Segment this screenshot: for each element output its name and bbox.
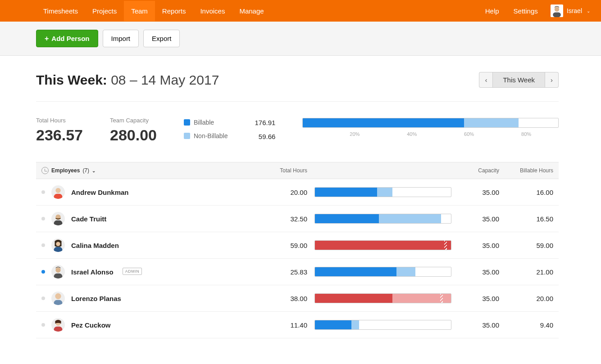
admin-badge: ADMIN <box>123 268 142 275</box>
status-dot <box>41 323 45 327</box>
nav-invoices[interactable]: Invoices <box>193 1 232 21</box>
capacity-cell: 35.00 <box>459 189 499 196</box>
tick: 40% <box>360 131 417 137</box>
total-hours-cell: 11.40 <box>258 321 307 329</box>
tick: 20% <box>302 131 360 137</box>
employee-cell: Cade Truitt <box>41 212 258 225</box>
bar-billable <box>315 241 451 250</box>
prev-period-button[interactable]: ‹ <box>479 72 492 88</box>
th-billable: Billable Hours <box>499 167 553 174</box>
nav-settings[interactable]: Settings <box>506 1 545 21</box>
svg-rect-10 <box>54 274 63 279</box>
total-hours-cell: 20.00 <box>258 189 307 196</box>
summary-bar-wrap: 20% 40% 60% 80% <box>302 118 559 137</box>
capacity-cell: 35.00 <box>459 242 499 249</box>
th-total-hours: Total Hours <box>258 167 307 174</box>
hours-bar <box>314 267 451 277</box>
svg-rect-1 <box>553 13 561 18</box>
bar-nonbillable <box>379 214 441 223</box>
stat-value: 236.57 <box>36 126 83 144</box>
page-title-range: 08 – 14 May 2017 <box>111 72 219 87</box>
bar-billable <box>315 214 379 223</box>
employee-cell: Andrew Dunkman <box>41 185 258 199</box>
nav-help[interactable]: Help <box>478 1 506 21</box>
hours-bar <box>314 320 451 330</box>
table-row[interactable]: Pez Cuckow11.4035.009.40 <box>36 312 559 338</box>
table-row[interactable]: Cade Truitt32.5035.0016.50 <box>36 206 559 232</box>
employees-count: (7) <box>82 167 89 174</box>
avatar <box>51 318 65 332</box>
employee-cell: Pez Cuckow <box>41 318 258 332</box>
nav-timesheets[interactable]: Timesheets <box>36 1 85 21</box>
stat-team-capacity: Team Capacity 280.00 <box>110 117 157 144</box>
export-button[interactable]: Export <box>143 30 180 47</box>
top-nav: Timesheets Projects Team Reports Invoice… <box>0 0 601 22</box>
chevron-left-icon: ‹ <box>485 76 487 84</box>
capacity-cell: 35.00 <box>459 268 499 276</box>
employee-name: Andrew Dunkman <box>71 189 129 196</box>
nonbillable-hours-value: 59.66 <box>255 133 275 140</box>
legend-swatch-billable <box>184 119 190 126</box>
billable-hours-value: 176.91 <box>255 119 275 126</box>
avatar <box>51 212 65 225</box>
summary-bar-nonbillable <box>464 118 519 127</box>
th-capacity: Capacity <box>459 167 499 174</box>
employees-header[interactable]: Employees (7) ⌄ <box>41 167 258 174</box>
over-capacity-marker <box>440 294 443 303</box>
svg-point-2 <box>55 188 60 193</box>
nav-manage[interactable]: Manage <box>232 1 271 21</box>
plus-icon: + <box>45 35 49 42</box>
capacity-cell: 35.00 <box>459 321 499 329</box>
import-button[interactable]: Import <box>103 30 139 47</box>
hours-bar <box>314 293 451 303</box>
legend-values: 176.91 59.66 <box>255 119 275 140</box>
user-menu[interactable]: Israel ⌄ <box>545 4 590 17</box>
add-person-button[interactable]: + Add Person <box>36 30 98 47</box>
hours-bar <box>314 187 451 197</box>
svg-point-0 <box>555 7 560 12</box>
bar-billable <box>315 188 377 197</box>
summary-ticks: 20% 40% 60% 80% <box>302 128 559 137</box>
table-row[interactable]: Israel AlonsoADMIN25.8335.0021.00 <box>36 259 559 285</box>
employee-name: Calina Madden <box>71 242 119 249</box>
total-hours-cell: 32.50 <box>258 215 307 223</box>
toolbar: + Add Person Import Export <box>0 22 601 56</box>
employee-cell: Calina Madden <box>41 238 258 252</box>
tick: 80% <box>474 131 531 137</box>
total-hours-cell: 38.00 <box>258 295 307 302</box>
svg-rect-3 <box>54 194 63 199</box>
nav-projects[interactable]: Projects <box>85 1 124 21</box>
stat-label: Team Capacity <box>110 117 157 124</box>
employee-name: Cade Truitt <box>71 215 106 223</box>
employee-name: Pez Cuckow <box>71 321 111 329</box>
employee-name: Israel Alonso <box>71 268 114 276</box>
status-dot <box>41 243 45 247</box>
billable-cell: 9.40 <box>499 321 553 329</box>
bar-billable <box>315 320 351 329</box>
stat-total-hours: Total Hours 236.57 <box>36 117 83 144</box>
svg-point-9 <box>55 268 60 273</box>
status-dot <box>41 190 45 194</box>
avatar <box>51 265 65 279</box>
avatar <box>51 185 65 199</box>
table-row[interactable]: Andrew Dunkman20.0035.0016.00 <box>36 179 559 206</box>
table-row[interactable]: Calina Madden59.0035.0059.00 <box>36 232 559 259</box>
next-period-button[interactable]: › <box>545 72 559 88</box>
bar-nonbillable <box>351 320 359 329</box>
page-title: This Week: 08 – 14 May 2017 <box>36 72 219 88</box>
user-avatar <box>551 4 563 17</box>
svg-point-11 <box>55 293 61 299</box>
total-hours-cell: 59.00 <box>258 242 307 249</box>
nav-reports[interactable]: Reports <box>155 1 193 21</box>
summary-bar <box>302 118 559 128</box>
table-row[interactable]: Lorenzo Planas38.0035.0020.00 <box>36 285 559 312</box>
chevron-right-icon: › <box>551 76 553 84</box>
this-week-button[interactable]: This Week <box>492 72 545 88</box>
nav-team[interactable]: Team <box>124 1 155 21</box>
stat-value: 280.00 <box>110 126 157 144</box>
page-title-prefix: This Week: <box>36 72 107 87</box>
billable-cell: 16.50 <box>499 215 553 223</box>
employees-table-body: Andrew Dunkman20.0035.0016.00Cade Truitt… <box>36 179 559 338</box>
billable-cell: 59.00 <box>499 242 553 249</box>
hours-bar <box>314 214 451 224</box>
